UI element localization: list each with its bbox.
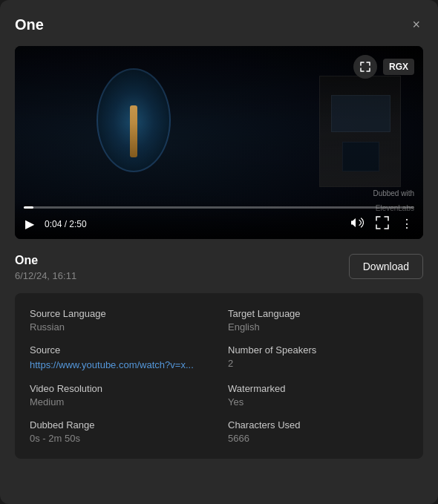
- characters-used-label: Characters Used: [228, 419, 408, 431]
- expand-button[interactable]: [353, 55, 377, 79]
- source-language-label: Source Language: [30, 308, 210, 319]
- watermarked-item: Watermarked Yes: [228, 383, 408, 408]
- num-speakers-label: Number of Speakers: [228, 344, 408, 356]
- source-language-item: Source Language Russian: [30, 308, 210, 333]
- video-resolution-label: Video Resolution: [30, 383, 210, 394]
- dubbed-range-label: Dubbed Range: [30, 419, 210, 431]
- time-display: 0:04 / 2:50: [45, 219, 87, 229]
- progress-fill: [24, 206, 33, 209]
- volume-button[interactable]: [349, 215, 365, 233]
- watermarked-label: Watermarked: [228, 383, 408, 394]
- modal-container: One ×: [0, 0, 438, 504]
- details-card: Source Language Russian Target Language …: [15, 293, 423, 459]
- num-speakers-value: 2: [228, 358, 408, 369]
- video-player: RGX Dubbed with ElevenLabs ▶ 0:04 / 2:50: [15, 46, 423, 239]
- modal-title: One: [15, 16, 44, 33]
- characters-used-value: 5666: [228, 433, 408, 444]
- info-date: 6/12/24, 16:11: [15, 270, 76, 281]
- info-text: One 6/12/24, 16:11: [15, 254, 76, 281]
- video-controls: ▶ 0:04 / 2:50: [15, 200, 423, 239]
- source-label: Source: [30, 344, 210, 356]
- download-button[interactable]: Download: [349, 254, 423, 279]
- controls-right: ⋮: [349, 215, 414, 233]
- controls-left: ▶ 0:04 / 2:50: [24, 217, 87, 232]
- modal-header: One ×: [15, 15, 423, 34]
- fullscreen-button[interactable]: [374, 215, 390, 233]
- progress-bar[interactable]: [24, 206, 414, 209]
- play-button[interactable]: ▶: [24, 217, 36, 232]
- rgx-badge: RGX: [383, 59, 414, 75]
- watermarked-value: Yes: [228, 396, 408, 408]
- target-language-label: Target Language: [228, 308, 408, 319]
- source-language-value: Russian: [30, 321, 210, 333]
- characters-used-item: Characters Used 5666: [228, 419, 408, 444]
- more-options-button[interactable]: ⋮: [399, 217, 414, 232]
- source-item: Source https://www.youtube.com/watch?v=x…: [30, 344, 210, 371]
- dubbed-range-value: 0s - 2m 50s: [30, 433, 210, 444]
- controls-row: ▶ 0:04 / 2:50: [24, 215, 414, 233]
- target-language-value: English: [228, 321, 408, 333]
- video-overlay-icons: RGX: [353, 55, 414, 79]
- dubbed-range-item: Dubbed Range 0s - 2m 50s: [30, 419, 210, 444]
- dubbed-with-label: Dubbed with: [373, 189, 414, 197]
- close-button[interactable]: ×: [409, 15, 423, 34]
- source-link[interactable]: https://www.youtube.com/watch?v=x...: [30, 359, 194, 370]
- info-title: One: [15, 254, 76, 267]
- info-section: One 6/12/24, 16:11 Download: [15, 254, 423, 281]
- num-speakers-item: Number of Speakers 2: [228, 344, 408, 371]
- target-language-item: Target Language English: [228, 308, 408, 333]
- details-grid: Source Language Russian Target Language …: [30, 308, 408, 444]
- video-resolution-value: Medium: [30, 396, 210, 408]
- video-resolution-item: Video Resolution Medium: [30, 383, 210, 408]
